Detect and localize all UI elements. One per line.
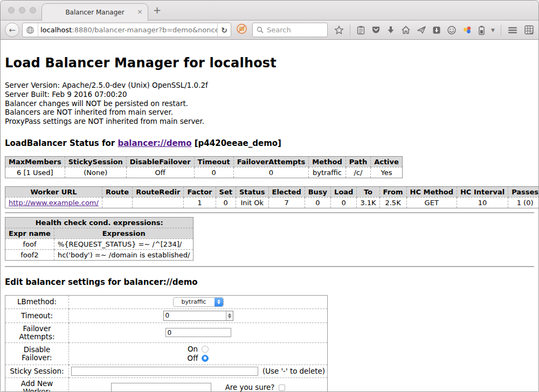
val-active: Yes: [371, 167, 403, 178]
sticky-session-hint: (Use '-' to delete): [262, 367, 325, 375]
col-set: Set: [216, 186, 236, 197]
battery-icon: [478, 25, 485, 35]
failover-attempts-input[interactable]: [165, 328, 231, 337]
worker-url-link[interactable]: http://www.example.com/: [9, 199, 99, 207]
smiley-icon: [447, 25, 457, 35]
val-stickysession: (None): [65, 167, 126, 178]
tab-strip: Balancer Manager × +: [1, 1, 538, 20]
col-to: To: [357, 186, 379, 197]
col-disablefailover: DisableFailover: [126, 156, 194, 167]
worker-value-row: http://www.example.com/ 1 0 Init Ok 7 0 …: [5, 197, 539, 208]
add-new-worker-cell: Are you sure?: [69, 377, 328, 392]
val-hc-interval: 10: [457, 197, 508, 208]
window-controls: [8, 7, 36, 13]
search-bar[interactable]: Search: [252, 23, 328, 37]
val-routeredir: [133, 197, 184, 208]
toolbar-separator: [350, 25, 350, 36]
disable-failover-on-radio[interactable]: [202, 346, 209, 353]
col-failoverattempts: FailoverAttempts: [233, 156, 309, 167]
lbmethod-cell: bytraffic: [69, 295, 328, 309]
bookmarks-menu-button[interactable]: [356, 25, 365, 35]
content-blocked-button[interactable]: [236, 23, 247, 37]
balancer-demo-link[interactable]: balancer://demo: [118, 138, 191, 148]
url-path: :8880/balancer-manager?b=demo&nonce=decc…: [72, 26, 217, 34]
col-active: Active: [371, 156, 403, 167]
tab-close-icon[interactable]: ×: [137, 8, 143, 16]
battery-extension-button[interactable]: [478, 25, 485, 35]
col-routeredir: RouteRedir: [133, 186, 184, 197]
col-expr-name: Expr name: [5, 228, 54, 239]
colored-dots-extension-button[interactable]: [462, 25, 472, 34]
col-maxmembers: MaxMembers: [5, 156, 65, 167]
val-path: /c/: [345, 167, 370, 178]
lbmethod-selected-value: bytraffic: [174, 298, 215, 306]
url-bar[interactable]: localhost:8880/balancer-manager?b=demo&n…: [22, 23, 231, 37]
note-proxypass: ProxyPass settings are NOT inherited fro…: [5, 117, 534, 127]
col-factor: Factor: [184, 186, 216, 197]
sticky-session-input[interactable]: [71, 367, 258, 376]
edit-balancer-heading: Edit balancer settings for balancer://de…: [5, 277, 534, 287]
site-identity[interactable]: [23, 23, 38, 37]
edit-balancer-form: LBmethod: bytraffic Timeout: 0: [5, 295, 328, 392]
col-route: Route: [102, 186, 132, 197]
home-button[interactable]: [401, 25, 411, 34]
note-persist: Balancer changes will NOT be persisted o…: [5, 100, 534, 109]
val-worker-url: http://www.example.com/: [5, 197, 102, 208]
minimize-window-button[interactable]: [19, 7, 25, 13]
lbmethod-select[interactable]: bytraffic: [173, 297, 224, 307]
reload-icon: ↻: [221, 26, 227, 34]
toolbar-buttons: ▼: [333, 25, 534, 36]
worker-header-row: Worker URL Route RouteRedir Factor Set S…: [5, 186, 539, 197]
add-new-worker-input[interactable]: [111, 383, 211, 392]
sticky-session-cell: (Use '-' to delete): [69, 365, 328, 377]
reload-button[interactable]: ↻: [218, 23, 231, 37]
search-placeholder: Search: [267, 26, 291, 34]
server-built: Server Built: Feb 9 2016 07:00:20: [5, 90, 534, 100]
search-icon: [257, 26, 264, 33]
feedback-smiley-button[interactable]: [447, 25, 457, 35]
are-you-sure-checkbox[interactable]: [279, 384, 285, 391]
on-label: On: [188, 345, 198, 354]
overflow-caret-icon[interactable]: ▼: [491, 27, 495, 33]
menu-button[interactable]: [507, 26, 518, 34]
downloads-button[interactable]: [386, 25, 395, 34]
timeout-label: Timeout:: [5, 309, 69, 323]
new-tab-button[interactable]: +: [153, 4, 161, 16]
val-hc-method: GET: [406, 197, 457, 208]
col-busy: Busy: [305, 186, 330, 197]
status-heading-suffix: [p4420eeae_demo]: [192, 138, 281, 148]
expr-value-foof: %{REQUEST_STATUS} =~ /^[234]/: [54, 239, 194, 249]
disable-failover-cell: On Off: [69, 342, 328, 365]
pocket-button[interactable]: [371, 25, 381, 34]
extension-download-button[interactable]: [432, 26, 441, 34]
val-from: 2.5K: [379, 197, 406, 208]
col-hc-method: HC Method: [406, 186, 457, 197]
val-method: bytraffic: [309, 167, 345, 178]
page-content: Load Balancer Manager for localhost Serv…: [1, 40, 538, 392]
radio-on-row: On: [71, 345, 325, 354]
tab-balancer-manager[interactable]: Balancer Manager ×: [42, 3, 148, 21]
url-domain: localhost: [40, 26, 72, 34]
col-timeout: Timeout: [194, 156, 233, 167]
number-spinner-icon[interactable]: [226, 311, 233, 320]
col-passes: Passes: [508, 186, 538, 197]
disable-failover-off-radio[interactable]: [202, 355, 209, 362]
status-value-row: 6 [1 Used] (None) Off 0 0 bytraffic /c/ …: [5, 167, 403, 178]
url-input[interactable]: localhost:8880/balancer-manager?b=demo&n…: [38, 26, 217, 34]
zoom-window-button[interactable]: [30, 7, 36, 13]
close-window-button[interactable]: [8, 7, 15, 13]
browser-window: Balancer Manager × + ← localhost:8880/ba…: [0, 0, 539, 392]
pocket-icon: [371, 25, 381, 34]
send-tab-button[interactable]: [417, 25, 426, 34]
col-worker-url: Worker URL: [5, 186, 102, 197]
bookmark-star-button[interactable]: [334, 25, 344, 35]
col-hc-interval: HC Interval: [457, 186, 508, 197]
expr-name-foof: foof: [5, 239, 54, 249]
row-add-new-worker: Add New Worker: Are you sure?: [5, 377, 328, 392]
tiles-extension-button[interactable]: [524, 25, 534, 35]
timeout-input[interactable]: 0: [163, 311, 233, 321]
timeout-cell: 0: [69, 309, 328, 323]
col-path: Path: [345, 156, 370, 167]
back-button[interactable]: ←: [5, 23, 19, 37]
paper-plane-icon: [417, 25, 426, 34]
